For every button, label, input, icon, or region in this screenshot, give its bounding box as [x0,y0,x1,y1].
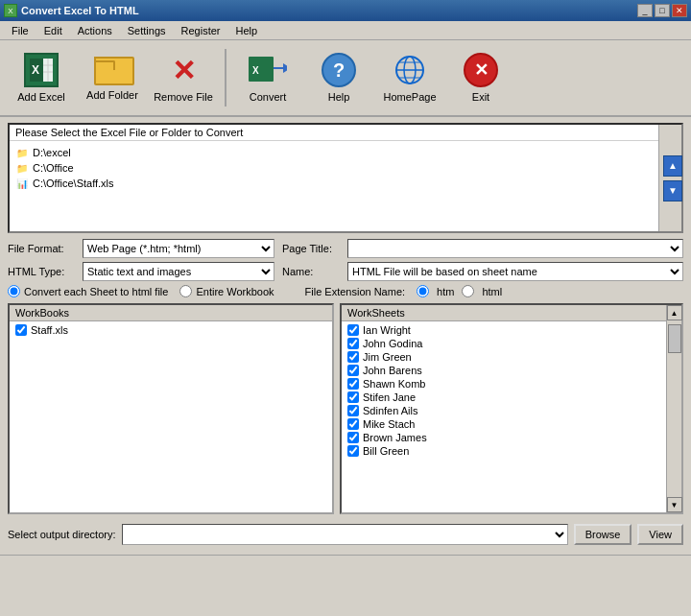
homepage-label: HomePage [383,91,436,103]
folder-icon [94,55,131,85]
worksheets-header: WorkSheets [342,305,666,321]
maximize-button[interactable]: □ [655,4,670,17]
worksheet-name-1: John Godina [363,338,422,349]
minimize-button[interactable]: _ [637,4,653,17]
worksheet-checkbox-4[interactable] [347,378,359,390]
format-row: File Format: Web Page (*.htm; *html) Pag… [8,239,683,258]
worksheet-checkbox-6[interactable] [347,405,359,416]
html-radio[interactable] [462,285,474,297]
toolbar: X Add Excel Add Folder ✕ Remove File X C… [0,40,691,117]
worksheet-item[interactable]: Brown James [344,431,664,444]
htm-radio[interactable] [417,285,429,297]
worksheet-checkbox-9[interactable] [347,445,359,457]
entire-workbook-radio-group: Entire Workbook [179,285,274,297]
panels-row: WorkBooks Staff.xls WorkSheets Ian Wrigh… [8,303,683,514]
file-list-label: Please Select the Excel File or Folder t… [10,125,658,141]
entire-workbook-radio[interactable] [179,285,192,297]
remove-icon: ✕ [166,53,201,87]
worksheet-item[interactable]: Sdinfen Ails [344,404,664,417]
nav-up-button[interactable]: ▲ [663,155,682,177]
file-list-item[interactable]: 📊 C:\Office\Staff.xls [12,176,656,191]
file-format-label: File Format: [8,243,75,254]
worksheet-checkbox-5[interactable] [347,391,359,403]
menu-settings[interactable]: Settings [120,23,174,38]
view-button[interactable]: View [637,524,683,545]
exit-icon: ✕ [464,53,498,87]
nav-down-button[interactable]: ▼ [663,180,682,201]
exit-label: Exit [472,91,489,103]
remove-file-label: Remove File [154,91,213,103]
help-button[interactable]: ? Help [305,44,372,111]
close-button[interactable]: ✕ [672,4,687,17]
menu-help[interactable]: Help [228,23,266,38]
exit-button[interactable]: ✕ Exit [447,44,514,111]
html-type-select[interactable]: Static text and images [83,262,274,281]
add-excel-label: Add Excel [17,91,65,103]
homepage-button[interactable]: HomePage [376,44,443,111]
convert-icon: X [249,53,287,87]
worksheet-item[interactable]: Shawn Komb [344,377,664,391]
worksheet-checkbox-3[interactable] [347,365,359,376]
worksheet-name-9: Bill Green [363,445,409,457]
scroll-down-button[interactable]: ▼ [667,497,682,512]
title-bar: X Convert Excel To HTML _ □ ✕ [0,0,691,21]
page-title-select[interactable] [347,239,683,258]
file-list-item[interactable]: 📁 D:\excel [12,145,656,160]
main-content: Please Select the Excel File or Folder t… [0,117,691,555]
workbook-item[interactable]: Staff.xls [12,323,330,337]
add-excel-button[interactable]: X Add Excel [8,44,75,111]
excel-small-icon: 📊 [15,177,29,190]
file-list-item[interactable]: 📁 C:\Office [12,160,656,176]
window-title: Convert Excel To HTML [21,5,637,16]
worksheet-checkbox-1[interactable] [347,338,359,349]
worksheets-panel: WorkSheets Ian Wright John Godina Jim Gr… [340,303,683,514]
extension-label: File Extension Name: [305,286,406,297]
name-label: Name: [282,266,340,277]
menu-edit[interactable]: Edit [36,23,70,38]
output-dir-select[interactable] [122,524,568,545]
entire-workbook-label: Entire Workbook [196,286,274,297]
scroll-up-button[interactable]: ▲ [667,305,682,320]
homepage-icon [393,53,427,87]
worksheet-item[interactable]: John Barens [344,364,664,377]
name-select[interactable]: HTML File will be based on sheet name [347,262,683,281]
menu-actions[interactable]: Actions [70,23,120,38]
app-icon: X [4,4,17,17]
menu-file[interactable]: File [4,23,36,38]
menu-bar: File Edit Actions Settings Register Help [0,21,691,40]
worksheet-name-2: Jim Green [363,351,412,363]
worksheet-checkbox-0[interactable] [347,324,359,336]
html-label: html [482,286,502,297]
remove-file-button[interactable]: ✕ Remove File [150,44,217,111]
help-label: Help [328,91,350,103]
worksheet-item[interactable]: Stifen Jane [344,391,664,404]
worksheet-checkbox-2[interactable] [347,351,359,363]
menu-register[interactable]: Register [174,23,228,38]
window-controls: _ □ ✕ [637,4,687,17]
extension-radio-group: htm html [417,285,502,297]
worksheet-item[interactable]: John Godina [344,337,664,350]
browse-button[interactable]: Browse [574,524,632,545]
radio-row: Convert each Sheet to html file Entire W… [8,285,683,297]
worksheets-list: Ian Wright John Godina Jim Green John Ba… [342,321,666,512]
worksheet-checkbox-7[interactable] [347,418,359,430]
worksheet-item[interactable]: Jim Green [344,350,664,364]
excel-icon: X [24,53,59,87]
toolbar-separator [225,49,226,107]
status-bar [0,555,691,574]
scrollbar-thumb[interactable] [668,324,681,353]
add-folder-button[interactable]: Add Folder [79,44,146,111]
worksheet-name-4: Shawn Komb [363,378,425,390]
worksheet-item[interactable]: Mike Stach [344,417,664,431]
workbook-name: Staff.xls [31,324,68,336]
workbook-checkbox[interactable] [15,324,27,336]
worksheet-item[interactable]: Bill Green [344,444,664,458]
worksheet-checkbox-8[interactable] [347,432,359,443]
html-type-label: HTML Type: [8,266,75,277]
convert-sheet-radio[interactable] [8,285,20,297]
worksheet-item[interactable]: Ian Wright [344,323,664,337]
bottom-bar: Select output directory: Browse View [8,520,683,549]
file-format-select[interactable]: Web Page (*.htm; *html) [83,239,274,258]
worksheets-scrollbar[interactable]: ▲ ▼ [666,305,681,512]
convert-button[interactable]: X Convert [234,44,301,111]
